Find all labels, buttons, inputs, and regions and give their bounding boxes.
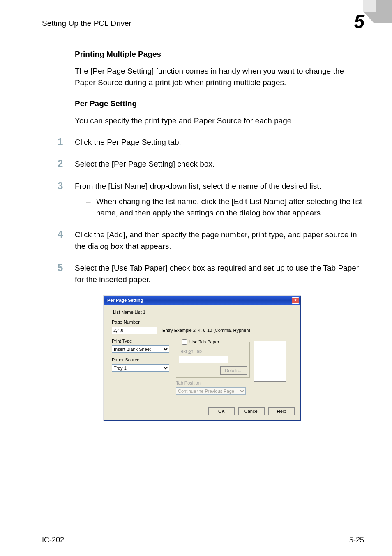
step-num-2: 2 bbox=[58, 157, 70, 171]
use-tab-paper-checkbox[interactable] bbox=[182, 339, 187, 345]
step-5: 5 Select the [Use Tab Paper] check box a… bbox=[75, 262, 364, 285]
step-1: 1 Click the Per Page Setting tab. bbox=[75, 137, 364, 148]
step-num-4: 4 bbox=[58, 227, 70, 242]
entry-example-hint: Entry Example 2, 4, 6-10 (Comma, Hyphen) bbox=[162, 327, 250, 334]
paper-source-label: Paper Source bbox=[112, 357, 173, 364]
para-intro: The [Per Page Setting] function comes in… bbox=[75, 65, 364, 88]
step-4: 4 Click the [Add], and then specify the … bbox=[75, 229, 364, 252]
print-type-select[interactable]: Insert Blank Sheet bbox=[112, 345, 169, 353]
step-num-1: 1 bbox=[58, 135, 70, 149]
step-text-1: Click the Per Page Setting tab. bbox=[75, 137, 364, 148]
per-page-setting-dialog: Per Page Setting × List Name:List 1 Page… bbox=[104, 296, 301, 421]
step-2: 2 Select the [Per Page Setting] check bo… bbox=[75, 158, 364, 170]
cancel-button[interactable]: Cancel bbox=[238, 407, 265, 415]
page-preview-thumb bbox=[254, 341, 286, 382]
group-list-name-legend: List Name:List 1 bbox=[112, 309, 147, 316]
use-tab-paper-label: Use Tab Paper bbox=[189, 339, 219, 344]
tab-position-label: Tab Position bbox=[176, 380, 250, 387]
step-text-5: Select the [Use Tab Paper] check box as … bbox=[75, 262, 364, 285]
chapter-number: 5 bbox=[354, 14, 364, 29]
print-type-label: Print Type bbox=[112, 338, 173, 345]
tab-position-select[interactable]: Continue the Previous Page bbox=[176, 387, 246, 395]
help-button[interactable]: Help bbox=[268, 407, 295, 415]
running-head: Setting Up the PCL Driver bbox=[42, 18, 131, 29]
heading-printing-multiple-pages: Printing Multiple Pages bbox=[75, 49, 364, 60]
step-num-3: 3 bbox=[58, 179, 70, 193]
para-specify: You can specify the print type and Paper… bbox=[75, 115, 364, 127]
step-text-4: Click the [Add], and then specify the pa… bbox=[75, 229, 364, 252]
page-number-label: Page Number bbox=[112, 319, 293, 326]
close-icon[interactable]: × bbox=[292, 297, 299, 304]
step-text-3: From the [List Name] drop-down list, sel… bbox=[75, 181, 364, 192]
step-3-sub-1: When changing the list name, click the [… bbox=[86, 196, 364, 218]
text-on-tab-input[interactable] bbox=[179, 356, 228, 363]
ok-button[interactable]: OK bbox=[208, 407, 235, 415]
step-3: 3 From the [List Name] drop-down list, s… bbox=[75, 181, 364, 219]
dialog-titlebar[interactable]: Per Page Setting × bbox=[104, 296, 300, 305]
footer-page-number: 5-25 bbox=[349, 535, 364, 545]
step-num-5: 5 bbox=[58, 261, 70, 275]
footer-model: IC-202 bbox=[42, 535, 64, 545]
text-on-tab-label: Text on Tab bbox=[179, 348, 247, 355]
use-tab-paper-legend[interactable]: Use Tab Paper bbox=[180, 339, 219, 344]
paper-source-select[interactable]: Tray 1 bbox=[112, 364, 169, 372]
heading-per-page-setting: Per Page Setting bbox=[75, 98, 364, 109]
dialog-title-text: Per Page Setting bbox=[107, 297, 143, 304]
page-number-input[interactable] bbox=[112, 327, 157, 334]
details-button[interactable]: Details... bbox=[220, 366, 247, 375]
step-text-2: Select the [Per Page Setting] check box. bbox=[75, 158, 364, 170]
